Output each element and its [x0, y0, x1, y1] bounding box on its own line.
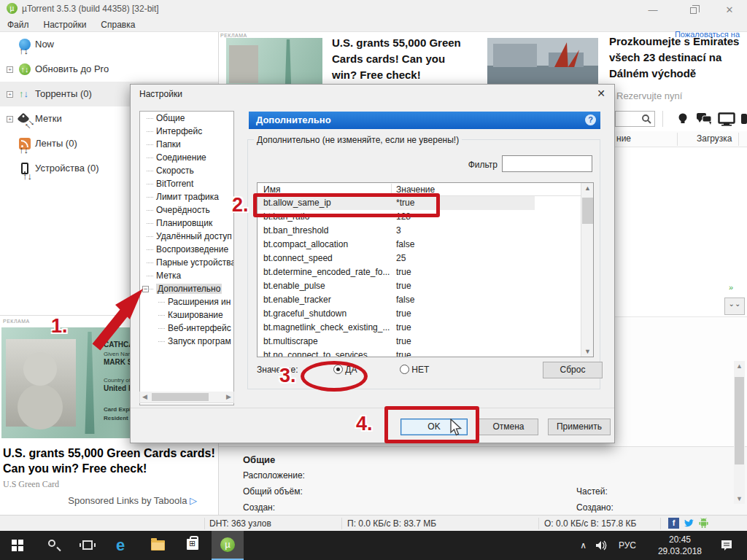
scrollbar-thumb[interactable] [152, 393, 209, 401]
expand-icon[interactable]: + [7, 66, 13, 73]
scroll-down-icon[interactable]: ▼ [734, 495, 745, 502]
tree-horizontal-scrollbar[interactable]: ◀ ▶ [139, 392, 234, 403]
settings-tree-item[interactable]: − Очерёдность [140, 203, 233, 217]
setting-name: bt.enable_tracker [263, 293, 331, 307]
emirates-ad-cta[interactable]: Rezervujte nyní [616, 90, 682, 101]
table-row[interactable]: bt.no_connect_to_services true [258, 349, 593, 357]
utorrent-logo-icon: µ [7, 3, 18, 14]
expand-icon[interactable]: + [7, 91, 13, 98]
table-row[interactable]: bt.multiscrape true [258, 335, 593, 349]
expand-icon[interactable]: + [7, 116, 13, 122]
store-icon[interactable] [177, 531, 209, 560]
settings-tree-item[interactable]: − Лимит трафика [140, 190, 233, 203]
settings-tree-item[interactable]: − Общие [140, 112, 233, 125]
sponsored-links-label[interactable]: Sponsored Links by Taboola [68, 495, 187, 506]
settings-tree-item[interactable]: − Расширения ин [140, 295, 233, 308]
details-scrollbar[interactable]: ▲ ▼ [734, 361, 745, 504]
taboola-icon[interactable]: ▷ [190, 495, 197, 506]
emirates-ad-image[interactable] [487, 38, 598, 89]
settings-tree-item[interactable]: − Запуск програм [140, 335, 233, 348]
tree-item-label: Метка [156, 271, 181, 281]
scrollbar-thumb[interactable] [735, 377, 744, 464]
reset-button[interactable]: Сброс [543, 362, 603, 378]
scroll-down-icon[interactable]: ▼ [581, 348, 594, 355]
radio-unselected-icon[interactable] [400, 365, 409, 374]
scroll-right-icon[interactable]: ▶ [226, 393, 231, 400]
search-input[interactable] [615, 111, 655, 127]
language-indicator[interactable]: РУС [619, 540, 636, 551]
tree-item-label: Дополнительно [156, 284, 222, 294]
table-row[interactable]: bt.connect_speed 25 [258, 252, 593, 265]
bottom-ad-headline[interactable]: U.S. grants 55,000 Green Cards cards! Ca… [3, 446, 216, 476]
cancel-button[interactable]: Отмена [479, 419, 538, 435]
notification-icon[interactable] [721, 540, 734, 551]
dialog-close-icon[interactable]: ✕ [597, 88, 605, 99]
emirates-ad-headline[interactable]: Prozkoumejte s Emiratesvšech 23 destinac… [609, 34, 747, 82]
settings-tree-item[interactable]: − BitTorrent [140, 177, 233, 190]
settings-tree-item[interactable]: − Кэширование [140, 308, 233, 322]
scroll-up-icon[interactable]: ▲ [734, 362, 745, 370]
settings-tree-item[interactable]: − Соединение [140, 151, 233, 164]
scrollbar-thumb[interactable] [582, 198, 593, 224]
file-explorer-icon[interactable] [142, 531, 174, 560]
table-row[interactable]: bt.enable_pulse true [258, 279, 593, 293]
restore-icon[interactable] [682, 4, 704, 15]
tray-chevron-icon[interactable]: ∧ [580, 540, 587, 551]
edge-icon[interactable]: e [107, 531, 139, 560]
settings-icon[interactable] [741, 112, 747, 125]
twitter-icon[interactable] [684, 518, 694, 529]
chat-icon[interactable] [696, 112, 712, 125]
start-button[interactable] [1, 531, 34, 560]
sidebar-item-icon: ↑↓ [19, 39, 31, 50]
lightbulb-icon[interactable] [677, 112, 689, 125]
green-card-ad-headline[interactable]: U.S. grants 55,000 GreenCards cards! Can… [332, 35, 463, 83]
table-scrollbar[interactable]: ▲ ▼ [581, 183, 593, 357]
column-download[interactable]: Загрузка [697, 133, 732, 144]
close-icon[interactable]: ✕ [719, 4, 740, 15]
setting-value: true [396, 265, 411, 279]
settings-tree-item[interactable]: − Удалённый доступ [140, 230, 233, 243]
facebook-icon[interactable]: f [668, 518, 679, 529]
settings-tree-item[interactable]: − Планировщик [140, 217, 233, 230]
minimize-icon[interactable]: — [642, 4, 664, 15]
ad-headline-line: Dálném východě [609, 66, 747, 82]
settings-tree-item[interactable]: − Интерфейс [140, 125, 233, 138]
scroll-right-icon[interactable]: » [729, 283, 733, 292]
scroll-left-icon[interactable]: ◀ [142, 393, 147, 400]
clock[interactable]: 20:45 29.03.2018 [658, 534, 702, 557]
green-card-ad-image[interactable] [226, 38, 322, 89]
settings-tree-item[interactable]: − Воспроизведение [140, 243, 233, 256]
settings-tree-item[interactable]: − Парные устройства [140, 256, 233, 269]
annotation-arrow [86, 286, 152, 353]
table-row[interactable]: bt.magnetlink_check_existing_... true [258, 321, 593, 335]
search-icon [641, 114, 652, 125]
filter-input[interactable] [502, 155, 592, 172]
table-row[interactable]: bt.ban_threshold 3 [258, 224, 593, 238]
table-row[interactable]: bt.enable_tracker false [258, 293, 593, 307]
status-bar: DHT: 363 узлов П: 0.0 КБ/с В: 83.7 МБ О:… [0, 515, 747, 531]
table-row[interactable]: bt.determine_encoded_rate_fo... true [258, 265, 593, 279]
settings-tree-item[interactable]: − Дополнительно [140, 282, 233, 295]
sidebar-item-label: Торренты (0) [35, 88, 92, 99]
scroll-up-icon[interactable]: ▲ [581, 184, 594, 192]
android-icon[interactable] [698, 518, 709, 529]
radio-no[interactable]: НЕТ [400, 365, 429, 375]
taskbar-search-icon[interactable] [36, 531, 69, 560]
settings-tree-item[interactable]: − Папки [140, 138, 233, 151]
table-row[interactable]: bt.compact_allocation false [258, 238, 593, 252]
column-name[interactable]: ние [616, 133, 631, 144]
help-icon[interactable]: ? [585, 114, 596, 125]
table-row[interactable]: bt.graceful_shutdown true [258, 307, 593, 321]
setting-name: bt.connect_speed [263, 252, 333, 265]
sidebar-item[interactable]: + ↑↓ Обновить до Pro [0, 57, 218, 82]
apply-button[interactable]: Применить [548, 419, 611, 435]
settings-tree-item[interactable]: − Скорость [140, 164, 233, 177]
settings-tree-item[interactable]: − Веб-интерфейс [140, 322, 233, 335]
utorrent-taskbar-icon[interactable]: µ [212, 531, 244, 560]
annotation-step-1: 1. [51, 315, 68, 338]
monitor-icon[interactable] [718, 112, 735, 126]
speaker-icon[interactable] [596, 540, 608, 551]
settings-tree-item[interactable]: − Метка [140, 269, 233, 282]
task-view-icon[interactable] [71, 531, 104, 560]
collapse-details-button[interactable]: ⌄⌄ [724, 298, 745, 315]
